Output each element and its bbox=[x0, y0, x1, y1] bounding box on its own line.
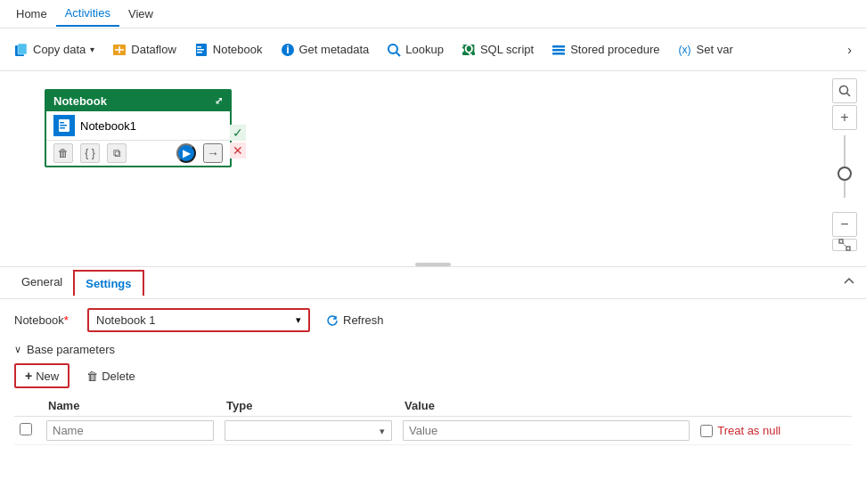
resize-handle[interactable] bbox=[415, 263, 451, 266]
nav-view[interactable]: View bbox=[119, 2, 162, 26]
row-type-cell: String Int Float Bool Array Object bbox=[219, 417, 397, 445]
col-value: Value bbox=[397, 395, 695, 417]
activity-item-name: Notebook1 bbox=[80, 119, 136, 133]
copy-data-icon bbox=[14, 43, 29, 57]
dataflow-label: Dataflow bbox=[131, 43, 176, 56]
run-activity-button[interactable]: ▶ bbox=[176, 143, 196, 163]
get-metadata-button[interactable]: i Get metadata bbox=[274, 39, 377, 61]
sql-script-button[interactable]: SQL SQL script bbox=[454, 39, 541, 61]
notebook-field-row: Notebook* Notebook 1 ▾ Refresh bbox=[14, 308, 852, 332]
dataflow-icon bbox=[112, 43, 127, 57]
refresh-button[interactable]: Refresh bbox=[321, 310, 389, 330]
canvas-inner[interactable]: Notebook ⤢ Notebook1 🗑 { } ⧉ bbox=[0, 71, 866, 266]
svg-text:i: i bbox=[286, 43, 290, 56]
delete-trash-icon: 🗑 bbox=[86, 370, 98, 383]
zoom-fit-button[interactable] bbox=[832, 239, 857, 251]
svg-rect-5 bbox=[197, 49, 204, 51]
svg-rect-13 bbox=[552, 45, 565, 48]
refresh-icon bbox=[326, 314, 339, 327]
action-row: + New 🗑 Delete bbox=[14, 363, 852, 388]
get-metadata-label: Get metadata bbox=[299, 43, 370, 56]
treat-null-container: Treat as null bbox=[700, 424, 846, 437]
row-checkbox-cell bbox=[14, 417, 41, 445]
zoom-in-button[interactable]: + bbox=[832, 105, 857, 130]
copy-data-button[interactable]: Copy data ▾ bbox=[7, 39, 102, 61]
nav-activities[interactable]: Activities bbox=[56, 1, 119, 27]
svg-rect-18 bbox=[60, 125, 67, 126]
notebook-button[interactable]: Notebook bbox=[187, 39, 270, 61]
panel-tabs: General Settings bbox=[0, 267, 866, 299]
svg-rect-15 bbox=[552, 53, 565, 55]
notebook-dropdown-value: Notebook 1 bbox=[96, 313, 156, 327]
svg-point-9 bbox=[388, 45, 397, 53]
row-name-input[interactable] bbox=[46, 420, 214, 441]
code-activity-button[interactable]: { } bbox=[80, 143, 100, 163]
svg-point-20 bbox=[840, 86, 848, 94]
treat-null-checkbox[interactable] bbox=[700, 425, 713, 437]
svg-rect-14 bbox=[552, 49, 565, 52]
zoom-slider-thumb[interactable] bbox=[837, 167, 852, 181]
activity-card-body: Notebook1 bbox=[46, 111, 230, 141]
row-type-select[interactable]: String Int Float Bool Array Object bbox=[225, 420, 392, 441]
next-activity-button[interactable]: → bbox=[203, 143, 223, 163]
notebook-toolbar-icon bbox=[194, 43, 208, 57]
dropdown-chevron-icon: ▾ bbox=[296, 314, 301, 326]
notebook-field-label: Notebook* bbox=[14, 313, 77, 327]
new-button-label: New bbox=[36, 370, 59, 383]
zoom-controls: + − bbox=[832, 78, 857, 251]
copy-activity-button[interactable]: ⧉ bbox=[107, 143, 127, 163]
svg-rect-6 bbox=[197, 52, 202, 53]
activity-card-title: Notebook bbox=[53, 94, 107, 108]
activity-card[interactable]: Notebook ⤢ Notebook1 🗑 { } ⧉ bbox=[45, 89, 232, 167]
delete-button[interactable]: 🗑 Delete bbox=[77, 365, 145, 387]
sql-script-label: SQL script bbox=[480, 43, 534, 56]
top-nav: Home Activities View bbox=[0, 0, 866, 28]
zoom-search-button[interactable] bbox=[832, 78, 857, 103]
more-icon: › bbox=[847, 43, 852, 57]
svg-rect-22 bbox=[839, 240, 843, 243]
lookup-button[interactable]: Lookup bbox=[380, 39, 451, 61]
bottom-panel: General Settings Notebook* Notebook 1 ▾ bbox=[0, 267, 866, 504]
copy-data-dropdown-icon: ▾ bbox=[90, 45, 94, 54]
new-plus-icon: + bbox=[25, 369, 32, 383]
tab-settings[interactable]: Settings bbox=[73, 270, 143, 296]
collapse-panel-button[interactable] bbox=[843, 275, 855, 290]
params-table: Name Type Value bbox=[14, 395, 852, 445]
sql-icon: SQL bbox=[462, 43, 476, 57]
row-treat-null-cell: Treat as null bbox=[695, 417, 852, 445]
notebook-toolbar-label: Notebook bbox=[213, 43, 263, 56]
svg-line-21 bbox=[847, 93, 851, 97]
set-variable-button[interactable]: (x) Set var bbox=[671, 39, 740, 61]
zoom-out-button[interactable]: − bbox=[832, 212, 857, 237]
stored-procedure-button[interactable]: Stored procedure bbox=[544, 39, 666, 61]
row-type-select-wrapper: String Int Float Bool Array Object bbox=[225, 420, 392, 441]
notebook-card-icon bbox=[53, 115, 75, 136]
base-parameters-section[interactable]: ∨ Base parameters bbox=[14, 343, 852, 356]
svg-rect-4 bbox=[197, 46, 201, 48]
svg-rect-19 bbox=[60, 127, 65, 129]
row-value-input[interactable] bbox=[403, 420, 690, 441]
refresh-label: Refresh bbox=[343, 313, 384, 327]
tab-general[interactable]: General bbox=[11, 270, 73, 296]
stored-proc-icon bbox=[551, 43, 566, 57]
status-check-icon: ✓ bbox=[230, 125, 246, 141]
col-select bbox=[14, 395, 41, 417]
notebook-dropdown[interactable]: Notebook 1 ▾ bbox=[87, 308, 310, 332]
col-type: Type bbox=[219, 395, 397, 417]
toolbar: Copy data ▾ Dataflow Notebook i bbox=[0, 28, 866, 71]
nav-home[interactable]: Home bbox=[7, 2, 56, 26]
lookup-label: Lookup bbox=[405, 43, 444, 56]
panel-content: Notebook* Notebook 1 ▾ Refresh ∨ Base pa… bbox=[0, 299, 866, 504]
table-header-row: Name Type Value bbox=[14, 395, 852, 417]
row-checkbox[interactable] bbox=[20, 423, 32, 435]
canvas-area: Notebook ⤢ Notebook1 🗑 { } ⧉ bbox=[0, 71, 866, 267]
new-button[interactable]: + New bbox=[14, 363, 69, 388]
more-button[interactable]: › bbox=[840, 39, 859, 61]
treat-null-label[interactable]: Treat as null bbox=[717, 424, 780, 437]
copy-data-label: Copy data bbox=[33, 43, 86, 56]
row-value-cell bbox=[397, 417, 695, 445]
dataflow-button[interactable]: Dataflow bbox=[105, 39, 184, 61]
svg-text:SQL: SQL bbox=[462, 43, 476, 55]
delete-activity-button[interactable]: 🗑 bbox=[53, 143, 73, 163]
stored-procedure-label: Stored procedure bbox=[570, 43, 659, 56]
